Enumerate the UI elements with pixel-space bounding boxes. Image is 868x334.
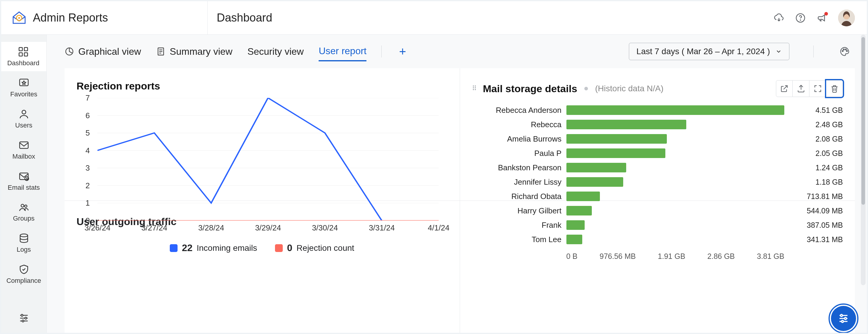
tab-security-view[interactable]: Security view [247, 43, 304, 61]
download-cloud-icon[interactable] [774, 12, 784, 23]
bar-fill [566, 192, 600, 201]
x-axis-tick: 2.86 GB [708, 252, 735, 261]
tab-user-report[interactable]: User report [319, 42, 367, 61]
bar-label: Richard Obata [472, 192, 562, 201]
sidebar-item-label: Groups [13, 215, 34, 222]
filter-fab-button[interactable] [831, 306, 856, 331]
tab-label: Security view [247, 46, 304, 57]
sidebar-item-dashboard[interactable]: Dashboard [1, 42, 46, 71]
bar-value: 387.05 MB [789, 221, 843, 229]
tab-label: Graphical view [78, 46, 141, 57]
bar-track [566, 206, 785, 216]
sidebar-item-favorites[interactable]: Favorites [1, 73, 46, 102]
sidebar-item-label: Email stats [8, 184, 40, 191]
notification-dot [824, 12, 828, 16]
x-axis-tick: 3/30/24 [312, 223, 338, 232]
svg-rect-10 [20, 79, 28, 86]
avatar[interactable] [838, 9, 855, 26]
date-range-dropdown[interactable]: Last 7 days ( Mar 26 – Apr 1, 2024 ) [629, 43, 789, 60]
x-axis-tick: 4/1/24 [428, 223, 449, 232]
brand-area: Admin Reports [1, 10, 208, 26]
theme-palette-icon[interactable] [839, 46, 850, 57]
bar-fill [566, 148, 665, 158]
sidebar-item-label: Logs [17, 246, 31, 253]
svg-rect-7 [24, 48, 28, 51]
help-icon[interactable] [795, 12, 806, 23]
sidebar-item-label: Mailbox [12, 152, 35, 160]
svg-point-11 [22, 110, 26, 114]
drag-handle-icon[interactable]: ⠿ [472, 85, 476, 92]
status-dot-icon [584, 87, 588, 90]
bar-track [566, 148, 785, 158]
svg-rect-8 [19, 53, 23, 56]
sidebar-item-users[interactable]: Users [1, 104, 46, 134]
panel-title: Mail storage details [483, 83, 578, 94]
bar-track [566, 220, 785, 230]
bar-label: Rebecca [472, 120, 562, 129]
announcement-icon[interactable] [816, 12, 827, 23]
bar-track [566, 234, 785, 244]
svg-point-17 [20, 234, 28, 237]
sidebar-item-compliance[interactable]: Compliance [1, 259, 46, 289]
sidebar-item-label: Users [15, 121, 32, 129]
svg-point-24 [843, 49, 844, 50]
x-axis: 0 B976.56 MB1.91 GB2.86 GB3.81 GB [566, 252, 785, 261]
tab-graphical-view[interactable]: Graphical view [65, 43, 141, 61]
sidebar-item-label: Favorites [10, 90, 37, 98]
bar-fill [566, 105, 785, 115]
bar-label: Rebecca Anderson [472, 106, 562, 115]
bar-value: 1.18 GB [789, 178, 843, 187]
y-axis-tick: 1 [86, 198, 90, 208]
bar-value: 2.48 GB [789, 120, 843, 129]
sidebar-item-label: Compliance [6, 277, 41, 285]
scrollbar[interactable] [861, 35, 866, 285]
panel-subtitle: (Historic data N/A) [595, 84, 663, 93]
x-axis-tick: 3/28/24 [198, 223, 224, 232]
view-toolbar: Graphical view Summary view Security vie… [46, 35, 867, 68]
svg-point-20 [22, 320, 24, 322]
bar-track [566, 105, 785, 115]
bar-row: Paula P2.05 GB [472, 146, 843, 160]
rejection-line-chart: 22 Incoming emails 0 Rejection count 012… [76, 98, 448, 253]
bar-value: 544.09 MB [789, 206, 843, 215]
panels-row: Rejection reports 22 Incoming emails [46, 68, 867, 200]
add-tab-button[interactable]: + [397, 45, 408, 58]
y-axis-tick: 5 [86, 129, 90, 138]
x-axis-tick: 3/29/24 [255, 223, 281, 232]
legend-swatch-incoming [170, 244, 178, 252]
bar-fill [566, 134, 667, 144]
bar-track [566, 120, 785, 129]
bar-value: 2.05 GB [789, 149, 843, 158]
sidebar-item-groups[interactable]: Groups [1, 197, 46, 227]
bar-fill [566, 220, 585, 230]
fullscreen-icon[interactable] [809, 80, 826, 97]
bar-fill [566, 206, 592, 216]
bar-row: Tom Lee341.31 MB [472, 232, 843, 247]
x-axis-tick: 3/26/24 [85, 223, 111, 232]
bar-label: Tom Lee [472, 235, 562, 244]
tab-label: Summary view [170, 46, 232, 57]
bar-value: 1.24 GB [789, 163, 843, 172]
sidebar-item-email-stats[interactable]: Email stats [1, 166, 46, 195]
storage-bar-chart: Rebecca Anderson4.51 GBRebecca2.48 GBAme… [472, 103, 843, 271]
svg-rect-12 [20, 142, 28, 148]
svg-point-36 [844, 317, 846, 319]
panel-rejection-reports: Rejection reports 22 Incoming emails [65, 68, 460, 200]
panel-title: Rejection reports [76, 80, 160, 92]
sidebar: Dashboard Favorites Users Mailbox Email … [1, 35, 46, 333]
delete-icon[interactable] [826, 80, 843, 97]
tab-label: User report [319, 46, 367, 57]
tab-summary-view[interactable]: Summary view [156, 43, 232, 61]
x-axis-tick: 1.91 GB [658, 252, 685, 261]
bar-track [566, 163, 785, 172]
bar-value: 4.51 GB [789, 106, 843, 115]
open-external-icon[interactable] [776, 80, 793, 97]
bar-row: Richard Obata713.81 MB [472, 189, 843, 203]
bar-fill [566, 177, 623, 187]
legend-incoming-count: 22 [182, 243, 192, 253]
sidebar-item-mailbox[interactable]: Mailbox [1, 135, 46, 165]
export-icon[interactable] [793, 80, 809, 97]
sidebar-item-settings[interactable] [1, 308, 46, 333]
sidebar-item-logs[interactable]: Logs [1, 228, 46, 258]
svg-rect-9 [24, 53, 28, 56]
